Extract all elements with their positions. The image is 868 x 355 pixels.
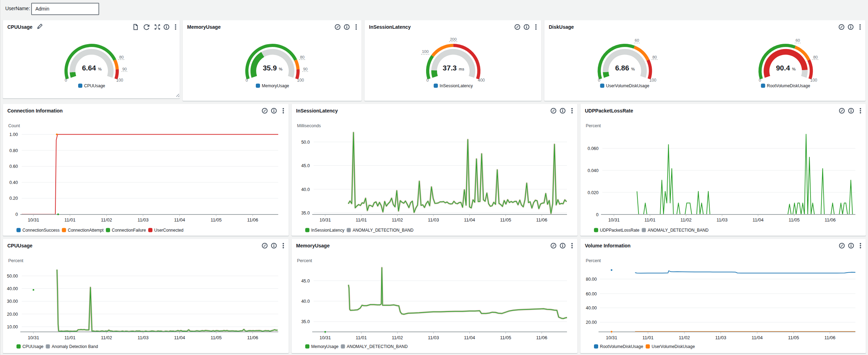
svg-text:0.80: 0.80 xyxy=(9,148,18,153)
svg-text:11/03: 11/03 xyxy=(717,217,728,223)
svg-text:11/04: 11/04 xyxy=(174,335,185,340)
svg-text:%: % xyxy=(631,67,635,71)
svg-text:%: % xyxy=(98,67,102,71)
svg-text:80: 80 xyxy=(300,55,305,59)
svg-text:11/02: 11/02 xyxy=(392,335,403,340)
svg-text:20.00: 20.00 xyxy=(7,312,18,317)
svg-text:ANOMALY_DETECTION_BAND: ANOMALY_DETECTION_BAND xyxy=(353,228,414,233)
svg-text:90: 90 xyxy=(303,67,308,71)
svg-text:80: 80 xyxy=(119,55,124,59)
svg-text:50.00: 50.00 xyxy=(7,274,18,279)
svg-text:0: 0 xyxy=(15,212,18,217)
svg-text:45.0: 45.0 xyxy=(301,279,310,284)
svg-text:1.00: 1.00 xyxy=(9,132,18,137)
svg-text:0: 0 xyxy=(246,78,248,83)
svg-text:RootVolumeDiskUsage: RootVolumeDiskUsage xyxy=(767,83,811,88)
svg-text:11/03: 11/03 xyxy=(428,335,439,340)
svg-text:11/03: 11/03 xyxy=(715,335,726,340)
svg-text:%: % xyxy=(279,67,282,71)
svg-text:Percent: Percent xyxy=(8,258,24,263)
svg-text:80: 80 xyxy=(652,55,657,59)
svg-text:ms: ms xyxy=(459,67,464,71)
svg-text:11/04: 11/04 xyxy=(464,217,475,223)
svg-text:100: 100 xyxy=(116,78,123,83)
svg-text:90.4: 90.4 xyxy=(776,64,790,72)
svg-text:80.00: 80.00 xyxy=(586,277,597,282)
svg-text:11/05: 11/05 xyxy=(211,335,222,340)
svg-text:ANOMALY_DETECTION_BAND: ANOMALY_DETECTION_BAND xyxy=(347,344,408,349)
svg-text:11/02: 11/02 xyxy=(679,335,690,340)
svg-text:10/31: 10/31 xyxy=(28,217,39,223)
svg-text:ConnectionSuccess: ConnectionSuccess xyxy=(22,228,60,233)
svg-text:30.00: 30.00 xyxy=(7,299,18,304)
svg-text:20.00: 20.00 xyxy=(586,320,597,325)
svg-text:CPUUsage: CPUUsage xyxy=(22,344,43,349)
svg-text:6.64: 6.64 xyxy=(82,64,96,72)
svg-text:40.00: 40.00 xyxy=(7,286,18,291)
svg-text:10/31: 10/31 xyxy=(608,217,620,223)
svg-text:Count: Count xyxy=(8,123,20,128)
svg-text:40.00: 40.00 xyxy=(586,306,597,310)
svg-text:11/05: 11/05 xyxy=(500,335,511,340)
svg-text:11/04: 11/04 xyxy=(464,335,475,340)
svg-text:Milliseconds: Milliseconds xyxy=(297,123,321,128)
svg-text:0: 0 xyxy=(596,212,599,217)
svg-text:100: 100 xyxy=(422,49,429,54)
svg-text:11/06: 11/06 xyxy=(536,335,547,340)
svg-text:11/01: 11/01 xyxy=(64,335,76,340)
svg-text:11/06: 11/06 xyxy=(247,217,258,223)
svg-text:11/05: 11/05 xyxy=(788,335,799,340)
svg-text:11/04: 11/04 xyxy=(174,217,185,223)
svg-text:0: 0 xyxy=(426,78,429,83)
svg-text:10/31: 10/31 xyxy=(28,335,39,340)
svg-text:11/02: 11/02 xyxy=(681,217,692,223)
svg-text:Percent: Percent xyxy=(586,123,601,128)
svg-text:37.3: 37.3 xyxy=(443,64,457,72)
svg-text:11/06: 11/06 xyxy=(247,335,258,340)
svg-text:11/06: 11/06 xyxy=(536,217,547,223)
svg-text:100: 100 xyxy=(810,78,817,83)
svg-text:11/05: 11/05 xyxy=(211,217,222,223)
svg-text:0: 0 xyxy=(759,78,761,83)
svg-text:RootVolumeDiskUsage: RootVolumeDiskUsage xyxy=(600,344,643,349)
svg-text:0.60: 0.60 xyxy=(9,164,18,169)
svg-text:UDPPacketLossRate: UDPPacketLossRate xyxy=(600,228,640,233)
svg-text:0: 0 xyxy=(65,78,67,83)
svg-text:11/01: 11/01 xyxy=(642,335,654,340)
svg-text:MemoryUsage: MemoryUsage xyxy=(311,344,339,349)
svg-text:0.060: 0.060 xyxy=(588,146,599,151)
svg-text:UserConnected: UserConnected xyxy=(154,228,183,233)
svg-text:11/01: 11/01 xyxy=(356,335,367,340)
svg-text:40.0: 40.0 xyxy=(301,187,310,192)
svg-text:0.020: 0.020 xyxy=(588,190,599,195)
svg-text:11/03: 11/03 xyxy=(137,335,149,340)
svg-text:40.0: 40.0 xyxy=(301,299,310,304)
svg-text:ANOMALY_DETECTION_BAND: ANOMALY_DETECTION_BAND xyxy=(648,228,709,233)
svg-text:ConnectionAttempt: ConnectionAttempt xyxy=(68,228,104,233)
svg-text:11/02: 11/02 xyxy=(392,217,403,223)
svg-text:35.0: 35.0 xyxy=(301,211,310,216)
svg-text:UserVolumeDiskUsage: UserVolumeDiskUsage xyxy=(652,344,695,349)
svg-text:11/04: 11/04 xyxy=(753,217,764,223)
svg-text:6.86: 6.86 xyxy=(615,64,629,72)
svg-text:InSessionLatency: InSessionLatency xyxy=(311,228,344,233)
svg-text:CPUUsage: CPUUsage xyxy=(84,83,105,88)
svg-text:Percent: Percent xyxy=(586,258,601,263)
svg-text:0.20: 0.20 xyxy=(9,196,18,201)
svg-text:11/01: 11/01 xyxy=(644,217,656,223)
svg-text:0.040: 0.040 xyxy=(588,168,599,173)
svg-text:11/03: 11/03 xyxy=(428,217,439,223)
svg-text:11/05: 11/05 xyxy=(500,217,511,223)
svg-text:Percent: Percent xyxy=(297,258,313,263)
svg-text:10.00: 10.00 xyxy=(7,325,18,329)
svg-text:11/06: 11/06 xyxy=(825,335,836,340)
svg-text:80: 80 xyxy=(813,55,818,59)
svg-text:60: 60 xyxy=(795,38,800,42)
svg-text:10/31: 10/31 xyxy=(320,217,331,223)
svg-text:10/31: 10/31 xyxy=(320,335,331,340)
svg-text:11/05: 11/05 xyxy=(788,217,800,223)
svg-text:ConnectionFailure: ConnectionFailure xyxy=(112,228,146,233)
svg-text:Anomaly Detection Band: Anomaly Detection Band xyxy=(52,344,98,349)
svg-text:UserVolumeDiskUsage: UserVolumeDiskUsage xyxy=(606,83,650,88)
svg-text:35.0: 35.0 xyxy=(301,319,310,324)
